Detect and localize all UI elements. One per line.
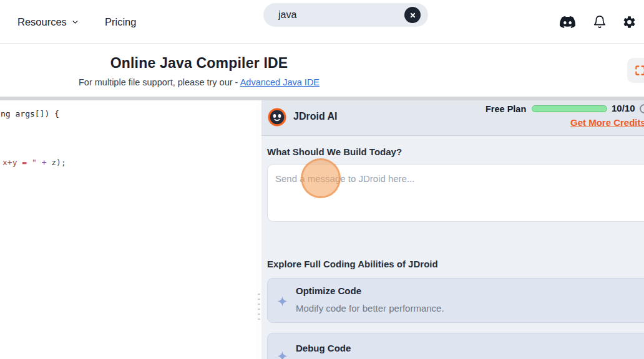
- robot-face-icon: [268, 108, 286, 127]
- jdroid-panel-header: JDroid AI Free Plan 10/10 Get More Credi…: [261, 100, 644, 136]
- pricing-link[interactable]: Pricing: [105, 0, 136, 44]
- jdroid-title: JDroid AI: [293, 111, 338, 122]
- credits-progress-bar: [532, 105, 607, 112]
- code-editor[interactable]: ng args[]) { x+y = " + z);: [0, 100, 256, 359]
- code-line: ng args[]) {: [1, 108, 59, 120]
- card-title: Debug Code: [296, 343, 351, 353]
- optimize-code-card[interactable]: Optimize Code Modify code for better per…: [267, 278, 644, 323]
- jdroid-message-input[interactable]: [267, 164, 644, 222]
- grip-dot: [258, 318, 260, 320]
- sparkle-icon: [276, 350, 288, 359]
- app-window: Resources Pricing Online Java Compiler I…: [0, 0, 644, 359]
- pricing-label: Pricing: [105, 16, 136, 28]
- grip-dot: [258, 314, 260, 315]
- build-heading: What Should We Build Today?: [267, 146, 402, 157]
- advanced-ide-link[interactable]: Advanced Java IDE: [240, 77, 320, 87]
- gear-icon[interactable]: [622, 0, 637, 44]
- page-title: Online Java Compiler IDE: [0, 55, 398, 72]
- close-icon[interactable]: [404, 7, 421, 23]
- explore-heading: Explore Full Coding Abilities of JDroid: [267, 259, 438, 269]
- grip-dot: [258, 294, 260, 295]
- help-circle-icon[interactable]: [640, 104, 644, 113]
- bell-icon[interactable]: [593, 0, 607, 44]
- top-navbar: Resources Pricing: [0, 0, 644, 44]
- resources-menu-label: Resources: [17, 16, 67, 28]
- grip-dot: [258, 309, 260, 310]
- search-input[interactable]: [263, 3, 428, 27]
- resources-menu[interactable]: Resources: [17, 0, 79, 44]
- jdroid-panel-body: What Should We Build Today? Explore Full…: [261, 136, 644, 359]
- get-more-credits-link[interactable]: Get More Credits: [570, 117, 644, 128]
- discord-icon[interactable]: [560, 0, 575, 44]
- sparkle-icon: [276, 295, 288, 310]
- credits-count: 10/10: [612, 103, 635, 113]
- plan-label: Free Plan: [485, 104, 526, 114]
- panel-resize-handle[interactable]: [256, 100, 261, 359]
- chevron-down-icon: [71, 18, 79, 26]
- debug-code-card[interactable]: Debug Code: [267, 333, 644, 359]
- page-subtitle: For multiple file support, please try ou…: [0, 77, 398, 87]
- card-title: Optimize Code: [296, 285, 361, 296]
- search-box: [263, 3, 428, 27]
- code-line: x+y = " + z);: [2, 157, 66, 168]
- grip-dot: [258, 304, 260, 305]
- page-header: Online Java Compiler IDE For multiple fi…: [0, 44, 644, 97]
- credits-progress-fill: [532, 106, 607, 112]
- subtitle-text: For multiple file support, please try ou…: [79, 77, 240, 87]
- expand-icon[interactable]: [627, 58, 644, 83]
- card-description: Modify code for better performance.: [296, 303, 444, 314]
- grip-dot: [258, 299, 260, 300]
